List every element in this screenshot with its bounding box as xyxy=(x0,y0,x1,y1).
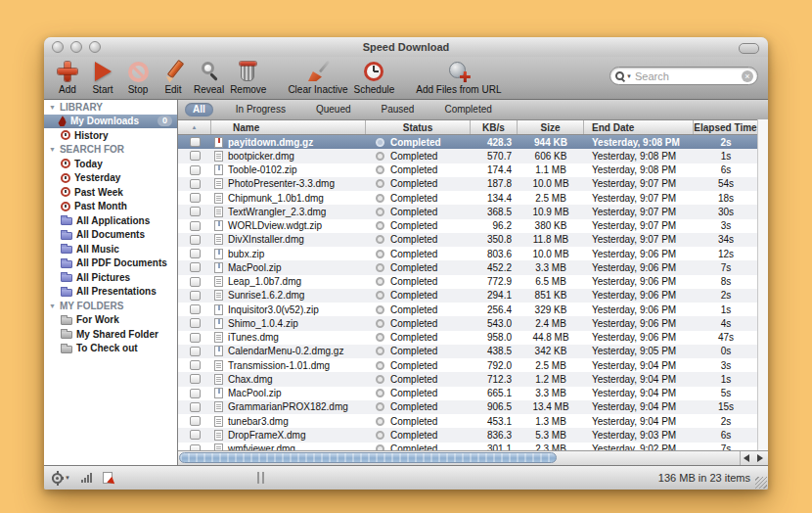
sidebar-item-history[interactable]: History xyxy=(44,128,177,143)
row-checkbox[interactable] xyxy=(190,165,201,175)
filter-tab-paused[interactable]: Paused xyxy=(374,103,423,117)
search-field[interactable]: ▼ × xyxy=(609,67,758,85)
table-row[interactable]: Tooble-0102.zipCompleted174.41.1 MBYeste… xyxy=(178,163,768,177)
resize-grip-icon[interactable] xyxy=(755,477,767,489)
table-row[interactable]: iTunes.dmgCompleted958.044.8 MBYesterday… xyxy=(178,331,768,345)
search-input[interactable] xyxy=(633,70,742,82)
table-row[interactable]: CalendarMenu-0.2.dmg.gzCompleted438.5342… xyxy=(178,345,768,358)
sidebar-item-past-month[interactable]: Past Month xyxy=(44,200,177,214)
filter-tab-completed[interactable]: Completed xyxy=(436,103,499,117)
horizontal-scrollbar[interactable] xyxy=(178,450,768,465)
row-checkbox[interactable] xyxy=(190,193,201,203)
reveal-button[interactable]: Reveal xyxy=(191,58,227,96)
table-row[interactable]: GrammarianPROX182.dmgCompleted906.513.4 … xyxy=(178,400,768,414)
row-checkbox[interactable] xyxy=(190,262,201,272)
minimize-window-icon[interactable] xyxy=(70,41,82,53)
sidebar-item-all-music[interactable]: All Music xyxy=(44,242,177,256)
row-checkbox[interactable] xyxy=(190,374,201,384)
table-row[interactable]: TextWrangler_2.3.dmgCompleted368.510.9 M… xyxy=(178,205,768,218)
reveal-magnifier-icon[interactable] xyxy=(376,194,384,203)
close-window-icon[interactable] xyxy=(52,41,64,53)
export-log-icon[interactable] xyxy=(103,472,113,484)
reveal-magnifier-icon[interactable] xyxy=(376,291,384,300)
row-checkbox[interactable] xyxy=(190,291,201,301)
pane-splitter-handle[interactable] xyxy=(257,472,264,484)
reveal-magnifier-icon[interactable] xyxy=(376,417,384,426)
row-checkbox[interactable] xyxy=(190,402,201,412)
row-checkbox[interactable] xyxy=(190,430,201,440)
toolbar-toggle-icon[interactable] xyxy=(739,43,759,54)
table-row[interactable]: PhotoPresenter-3.3.dmgCompleted187.810.0… xyxy=(178,177,768,191)
schedule-button[interactable]: Schedule xyxy=(351,58,398,96)
row-checkbox[interactable] xyxy=(190,389,201,398)
reveal-magnifier-icon[interactable] xyxy=(376,402,384,411)
column-header-kbs[interactable]: KB/s xyxy=(471,120,518,134)
row-checkbox[interactable] xyxy=(190,277,201,287)
reveal-magnifier-icon[interactable] xyxy=(376,305,384,314)
statistics-bars-icon[interactable] xyxy=(81,473,92,483)
table-row[interactable]: wmfviewer.dmgCompleted301.12.3 MBYesterd… xyxy=(178,443,768,451)
sidebar-item-my-shared-folder[interactable]: My Shared Folder xyxy=(44,327,177,342)
reveal-magnifier-icon[interactable] xyxy=(376,333,384,342)
start-button[interactable]: Start xyxy=(85,58,120,96)
table-row[interactable]: bootpicker.dmgCompleted570.7606 KBYester… xyxy=(178,149,768,163)
reveal-magnifier-icon[interactable] xyxy=(376,250,384,258)
reveal-magnifier-icon[interactable] xyxy=(376,319,384,328)
reveal-magnifier-icon[interactable] xyxy=(376,277,384,286)
edit-button[interactable]: Edit xyxy=(156,58,191,96)
search-scope-chevron-icon[interactable]: ▼ xyxy=(626,73,632,79)
table-row[interactable]: Transmission-1.01.dmgCompleted792.02.5 M… xyxy=(178,358,768,372)
table-row[interactable]: DivXInstaller.dmgCompleted350.811.8 MBYe… xyxy=(178,233,768,247)
sidebar-item-all-pdf-documents[interactable]: All PDF Documents xyxy=(44,256,177,271)
table-row[interactable]: DropFrameX.dmgCompleted836.35.3 MBYester… xyxy=(178,428,768,442)
table-row[interactable]: Leap_1.0b7.dmgCompleted772.96.5 MBYester… xyxy=(178,275,768,289)
reveal-magnifier-icon[interactable] xyxy=(376,375,384,384)
sidebar-item-past-week[interactable]: Past Week xyxy=(44,185,177,200)
filter-tab-queued[interactable]: Queued xyxy=(308,103,359,117)
reveal-magnifier-icon[interactable] xyxy=(376,361,384,370)
remove-button[interactable]: Remove xyxy=(227,58,269,96)
sidebar-item-for-work[interactable]: For Work xyxy=(44,313,177,328)
stop-button[interactable]: Stop xyxy=(120,58,156,96)
row-checkbox[interactable] xyxy=(190,207,201,216)
row-checkbox[interactable] xyxy=(190,360,201,370)
reveal-magnifier-icon[interactable] xyxy=(376,152,384,161)
search-clear-icon[interactable]: × xyxy=(742,70,753,82)
reveal-magnifier-icon[interactable] xyxy=(376,431,384,440)
disclosure-triangle-icon[interactable]: ▼ xyxy=(49,146,56,153)
disclosure-triangle-icon[interactable]: ▼ xyxy=(49,303,56,309)
table-row[interactable]: MacPool.zipCompleted665.13.3 MBYesterday… xyxy=(178,387,768,400)
table-row[interactable]: MacPool.zipCompleted452.23.3 MBYesterday… xyxy=(178,260,768,274)
table-row[interactable]: Shimo_1.0.4.zipCompleted543.02.4 MBYeste… xyxy=(178,316,768,330)
add-button[interactable]: Add xyxy=(50,58,85,96)
row-checkbox[interactable] xyxy=(190,235,201,245)
reveal-magnifier-icon[interactable] xyxy=(376,263,384,272)
scroll-right-arrow-icon[interactable] xyxy=(757,454,763,462)
sidebar-item-all-applications[interactable]: All Applications xyxy=(44,213,177,228)
sidebar-item-all-presentations[interactable]: All Presentations xyxy=(44,285,177,300)
table-row[interactable]: WORLDview.wdgt.zipCompleted96.2380 KBYes… xyxy=(178,219,768,233)
table-row[interactable]: tunebar3.dmgCompleted453.11.3 MBYesterda… xyxy=(178,414,768,428)
horizontal-scrollbar-thumb[interactable] xyxy=(179,452,557,463)
reveal-magnifier-icon[interactable] xyxy=(376,389,384,397)
sidebar-item-to-check-out[interactable]: To Check out xyxy=(44,342,177,356)
column-header-elapsed-time[interactable]: Elapsed Time xyxy=(694,120,758,134)
sidebar-item-yesterday[interactable]: Yesterday xyxy=(44,171,177,186)
row-checkbox[interactable] xyxy=(190,179,201,189)
row-checkbox[interactable] xyxy=(190,221,201,231)
row-checkbox[interactable] xyxy=(190,304,201,314)
row-checkbox[interactable] xyxy=(190,333,201,343)
column-header-end-date[interactable]: End Date xyxy=(584,120,694,134)
table-row[interactable]: payitdown.dmg.gzCompleted428.3944 KBYest… xyxy=(178,135,768,149)
table-row[interactable]: Sunrise1.6.2.dmgCompleted294.1851 KBYest… xyxy=(178,289,768,303)
column-header-name[interactable]: Name xyxy=(211,120,366,134)
sidebar-item-today[interactable]: Today xyxy=(44,157,177,171)
row-checkbox[interactable] xyxy=(190,137,201,147)
reveal-magnifier-icon[interactable] xyxy=(376,138,384,147)
zoom-window-icon[interactable] xyxy=(89,41,101,53)
reveal-magnifier-icon[interactable] xyxy=(376,221,384,230)
column-header-status[interactable]: Status xyxy=(366,120,471,134)
filter-tab-in-progress[interactable]: In Progress xyxy=(228,103,293,117)
row-checkbox[interactable] xyxy=(190,416,201,426)
column-header-size[interactable]: Size xyxy=(518,120,584,134)
